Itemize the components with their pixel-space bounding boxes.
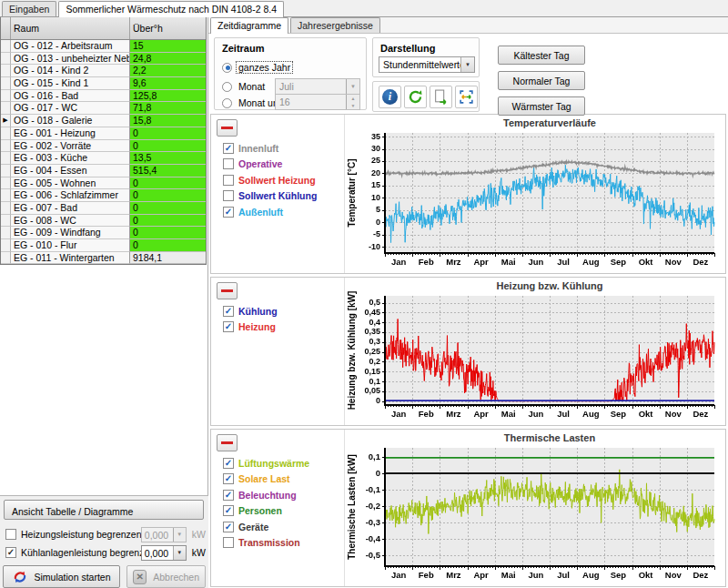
legend-checkbox[interactable]: ✓ [223, 306, 234, 317]
legend-checkbox[interactable]: ✓ [223, 490, 234, 501]
table-row[interactable]: EG - 006 - Schlafzimmer0 [1, 189, 206, 202]
legend-checkbox[interactable] [223, 537, 234, 548]
overheating-hours-cell: 0 [130, 177, 206, 190]
legend-item: Operative [223, 157, 317, 173]
cancel-button[interactable]: ✕ Abbrechen [126, 565, 206, 588]
legend-label: Lüftungswärme [238, 458, 309, 469]
legend-checkbox[interactable]: ✓ [223, 522, 234, 532]
table-row[interactable]: OG - 013 - unbeheizter Nebenraum24,8 [1, 53, 206, 66]
simulation-control-panel: Ansicht Tabelle / Diagramme Heizungsleis… [0, 495, 208, 588]
table-row[interactable]: EG - 004 - Essen515,4 [1, 165, 206, 177]
table-row[interactable]: OG - 012 - Arbeitsraum15 [1, 40, 206, 53]
temperature-chart-canvas [345, 128, 723, 270]
overheating-hours-cell: 0 [130, 140, 206, 153]
table-row[interactable]: EG - 011 - Wintergarten9184,1 [1, 252, 206, 265]
ganzes-jahr-label: ganzes Jahr [237, 62, 292, 73]
info-icon: i [382, 89, 398, 105]
day-spinner[interactable]: 16 ▲▼ [275, 94, 360, 110]
legend-checkbox[interactable]: ✓ [223, 143, 234, 154]
legend-item: Sollwert Kühlung [223, 188, 317, 205]
table-row[interactable]: EG - 010 - Flur0 [1, 239, 206, 252]
room-name-cell: OG - 014 - Kind 2 [11, 65, 130, 77]
legend-checkbox[interactable] [223, 190, 234, 201]
tab-jahresergebnisse[interactable]: Jahresergebnisse [290, 17, 380, 33]
chart-title: Heizung bzw. Kühlung [385, 280, 714, 291]
month-select[interactable]: Juli ▼ [275, 78, 360, 95]
column-header-raum[interactable]: Raum [11, 17, 130, 39]
room-name-cell: EG - 002 - Vorräte [11, 140, 130, 153]
row-selector-cell [1, 177, 11, 190]
table-row[interactable]: OG - 017 - WC71,8 [1, 102, 206, 115]
table-row[interactable]: EG - 009 - Windfang0 [1, 227, 206, 239]
heating-cooling-chart-legend: ✓Kühlung✓Heizung [211, 278, 345, 425]
coldest-day-button[interactable]: Kältester Tag [498, 46, 585, 65]
row-selector-cell [1, 252, 11, 265]
refresh-button[interactable] [404, 86, 427, 108]
legend-label: Beleuchtung [238, 490, 297, 501]
legend-checkbox[interactable] [223, 158, 234, 169]
legend-checkbox[interactable]: ✓ [223, 458, 234, 469]
heating-cooling-chart-canvas [345, 291, 723, 422]
row-selector-cell [1, 53, 11, 66]
option-monat[interactable]: Monat [222, 79, 267, 94]
legend-item: ✓Heizung [223, 319, 278, 336]
legend-checkbox[interactable]: ✓ [223, 505, 234, 516]
table-row[interactable]: EG - 007 - Bad0 [1, 202, 206, 215]
radio-monat-und-tag[interactable] [222, 98, 232, 108]
table-row[interactable]: EG - 002 - Vorräte0 [1, 140, 206, 153]
option-ganzes-jahr[interactable]: ganzes Jahr [222, 60, 292, 75]
tab-eingaben[interactable]: Eingaben [2, 1, 56, 16]
tab-zeitdiagramme[interactable]: Zeitdiagramme [210, 17, 288, 34]
legend-checkbox[interactable]: ✓ [223, 207, 234, 218]
radio-monat[interactable] [222, 82, 232, 92]
heating-limit-checkbox[interactable] [5, 529, 16, 540]
legend-checkbox[interactable]: ✓ [223, 321, 234, 332]
column-header-ueberh[interactable]: Über°h [130, 17, 206, 39]
table-row[interactable]: OG - 014 - Kind 22,2 [1, 65, 206, 77]
fit-button[interactable] [455, 86, 478, 108]
legend-checkbox[interactable] [223, 175, 234, 186]
zeitraum-groupbox: Zeitraum ganzes Jahr Monat Juli ▼ Monat … [214, 37, 367, 110]
collapse-panel-button[interactable] [217, 434, 238, 451]
start-simulation-button[interactable]: Simulation starten [3, 565, 120, 588]
room-results-panel: Raum Über°h OG - 012 - Arbeitsraum15OG -… [0, 17, 208, 588]
heating-limit-value-combo[interactable]: 0,000 ▼ [141, 527, 187, 542]
warmest-day-button[interactable]: Wärmster Tag [498, 96, 585, 116]
legend-label: Operative [238, 158, 282, 169]
refresh-icon [408, 89, 423, 105]
collapse-panel-button[interactable] [217, 119, 238, 137]
overheating-hours-cell: 24,8 [130, 53, 206, 66]
legend-item: ✓Geräte [223, 519, 309, 535]
table-row[interactable]: EG - 005 - Wohnen0 [1, 177, 206, 190]
collapse-panel-button[interactable] [217, 282, 238, 299]
legend-checkbox[interactable]: ✓ [223, 473, 234, 484]
temperature-chart-area: Temperaturverläufe [345, 115, 725, 273]
view-toggle-button[interactable]: Ansicht Tabelle / Diagramme [4, 500, 204, 520]
table-row[interactable]: OG - 016 - Bad125,8 [1, 90, 206, 103]
room-table-body: OG - 012 - Arbeitsraum15OG - 013 - unbeh… [1, 40, 206, 264]
export-button[interactable] [430, 86, 452, 108]
room-name-cell: EG - 004 - Essen [11, 165, 130, 177]
room-name-cell: OG - 013 - unbeheizter Nebenraum [11, 53, 130, 66]
row-selector-cell: ▶ [1, 115, 11, 127]
row-selector-cell [1, 165, 11, 177]
table-row[interactable]: OG - 015 - Kind 19,6 [1, 77, 206, 90]
normal-day-button[interactable]: Normaler Tag [498, 71, 585, 90]
legend-label: Außenluft [238, 207, 283, 218]
table-row[interactable]: EG - 003 - Küche13,5 [1, 152, 206, 165]
overheating-hours-cell: 125,8 [130, 90, 206, 103]
display-mode-select[interactable]: Stundenmittelwerte ▼ [379, 56, 475, 73]
cooling-limit-checkbox[interactable]: ✓ [5, 547, 16, 558]
radio-ganzes-jahr[interactable] [222, 63, 232, 73]
info-button[interactable]: i [379, 86, 401, 108]
table-row[interactable]: EG - 008 - WC0 [1, 215, 206, 228]
cooling-limit-value-combo[interactable]: 0,000 ▼ [141, 545, 187, 561]
table-row[interactable]: EG - 001 - Heizung0 [1, 127, 206, 140]
legend-label: Kühlung [238, 306, 278, 317]
row-selector-cell [1, 127, 11, 140]
table-row[interactable]: ▶OG - 018 - Galerie15,8 [1, 115, 206, 127]
legend-label: Personen [238, 505, 282, 516]
row-selector-cell [1, 189, 11, 202]
tab-sommerlicher-waermeschutz[interactable]: Sommerlicher Wärmeschutz nach DIN 4108-2… [58, 1, 284, 17]
thermal-loads-chart-canvas [345, 443, 723, 583]
